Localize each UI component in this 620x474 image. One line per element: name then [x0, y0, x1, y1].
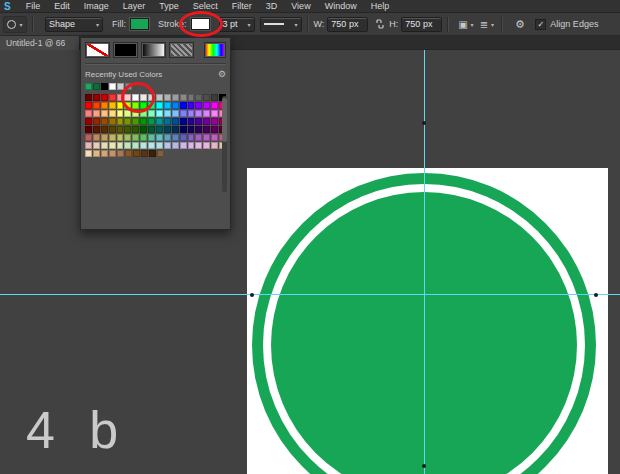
color-swatch[interactable]: [164, 126, 171, 133]
color-swatch[interactable]: [148, 102, 155, 109]
color-swatch[interactable]: [172, 94, 179, 101]
color-swatch[interactable]: [180, 94, 187, 101]
color-swatch[interactable]: [132, 142, 139, 149]
color-swatch[interactable]: [156, 126, 163, 133]
recent-color-swatch[interactable]: [93, 83, 100, 90]
no-color-button[interactable]: [85, 42, 110, 58]
color-swatch[interactable]: [101, 150, 108, 157]
color-swatch[interactable]: [203, 94, 210, 101]
color-swatch[interactable]: [188, 134, 195, 141]
color-swatch[interactable]: [85, 102, 92, 109]
color-swatch[interactable]: [172, 102, 179, 109]
color-swatch[interactable]: [132, 134, 139, 141]
anchor-point-top[interactable]: [422, 121, 426, 125]
menu-item-edit[interactable]: Edit: [47, 0, 77, 13]
color-swatch[interactable]: [133, 150, 140, 157]
menu-item-select[interactable]: Select: [186, 0, 225, 13]
color-swatch[interactable]: [117, 102, 124, 109]
canvas[interactable]: [247, 168, 608, 474]
color-swatch[interactable]: [101, 118, 108, 125]
color-picker-button[interactable]: [204, 42, 226, 58]
color-swatch[interactable]: [117, 118, 124, 125]
color-swatch[interactable]: [101, 102, 108, 109]
color-swatch[interactable]: [132, 94, 139, 101]
color-swatch[interactable]: [140, 94, 147, 101]
color-swatch[interactable]: [124, 142, 131, 149]
recent-color-swatch[interactable]: [85, 83, 92, 90]
color-swatch[interactable]: [180, 110, 187, 117]
color-swatch[interactable]: [203, 102, 210, 109]
color-swatch[interactable]: [149, 150, 156, 157]
gradient-button[interactable]: [141, 42, 166, 58]
menu-item-filter[interactable]: Filter: [225, 0, 259, 13]
color-swatch[interactable]: [195, 102, 202, 109]
color-swatch[interactable]: [195, 110, 202, 117]
stroke-width-field[interactable]: 3 pt: [219, 17, 255, 32]
color-swatch[interactable]: [85, 150, 92, 157]
color-swatch[interactable]: [93, 118, 100, 125]
color-swatch[interactable]: [195, 142, 202, 149]
color-swatch[interactable]: [188, 142, 195, 149]
recent-color-swatch[interactable]: [109, 83, 116, 90]
color-swatch[interactable]: [109, 150, 116, 157]
color-swatch[interactable]: [132, 126, 139, 133]
color-swatch[interactable]: [203, 118, 210, 125]
color-swatch[interactable]: [93, 102, 100, 109]
menu-item-window[interactable]: Window: [318, 0, 364, 13]
color-swatch[interactable]: [188, 118, 195, 125]
color-swatch[interactable]: [85, 142, 92, 149]
color-swatch[interactable]: [117, 126, 124, 133]
stroke-swatch[interactable]: [191, 18, 210, 30]
color-swatch[interactable]: [156, 142, 163, 149]
color-swatch[interactable]: [117, 134, 124, 141]
pattern-button[interactable]: [169, 42, 194, 58]
color-swatch[interactable]: [188, 102, 195, 109]
color-swatch[interactable]: [117, 150, 124, 157]
color-swatch[interactable]: [164, 118, 171, 125]
menu-item-file[interactable]: File: [19, 0, 48, 13]
tool-preset-button[interactable]: [3, 16, 27, 33]
color-swatch[interactable]: [156, 110, 163, 117]
menu-item-image[interactable]: Image: [77, 0, 116, 13]
color-swatch[interactable]: [211, 142, 218, 149]
color-swatch[interactable]: [93, 94, 100, 101]
scrollbar-thumb[interactable]: [222, 98, 227, 142]
recent-color-swatch[interactable]: [125, 83, 132, 90]
color-swatch[interactable]: [211, 118, 218, 125]
panel-scrollbar[interactable]: [222, 96, 227, 192]
color-swatch[interactable]: [203, 126, 210, 133]
color-swatch[interactable]: [93, 142, 100, 149]
color-swatch[interactable]: [101, 126, 108, 133]
color-swatch[interactable]: [172, 118, 179, 125]
color-swatch[interactable]: [140, 126, 147, 133]
color-swatch[interactable]: [85, 126, 92, 133]
align-edges-checkbox[interactable]: [535, 19, 546, 30]
color-swatch[interactable]: [203, 110, 210, 117]
menu-item-help[interactable]: Help: [364, 0, 397, 13]
color-swatch[interactable]: [124, 102, 131, 109]
color-swatch[interactable]: [157, 150, 164, 157]
color-swatch[interactable]: [85, 110, 92, 117]
color-swatch[interactable]: [140, 118, 147, 125]
color-swatch[interactable]: [195, 126, 202, 133]
color-swatch[interactable]: [203, 134, 210, 141]
color-swatch[interactable]: [93, 150, 100, 157]
color-swatch[interactable]: [85, 134, 92, 141]
color-swatch[interactable]: [124, 134, 131, 141]
color-swatch[interactable]: [180, 118, 187, 125]
color-swatch[interactable]: [180, 134, 187, 141]
color-swatch[interactable]: [140, 102, 147, 109]
color-swatch[interactable]: [148, 142, 155, 149]
vertical-guide[interactable]: [424, 50, 425, 474]
color-swatch[interactable]: [109, 126, 116, 133]
color-swatch[interactable]: [124, 118, 131, 125]
link-dimensions-icon[interactable]: [370, 17, 389, 32]
color-swatch[interactable]: [195, 118, 202, 125]
color-swatch[interactable]: [156, 102, 163, 109]
color-swatch[interactable]: [195, 134, 202, 141]
color-swatch[interactable]: [85, 94, 92, 101]
color-swatch[interactable]: [101, 134, 108, 141]
color-swatch[interactable]: [124, 94, 131, 101]
color-swatch[interactable]: [101, 94, 108, 101]
color-swatch[interactable]: [148, 94, 155, 101]
